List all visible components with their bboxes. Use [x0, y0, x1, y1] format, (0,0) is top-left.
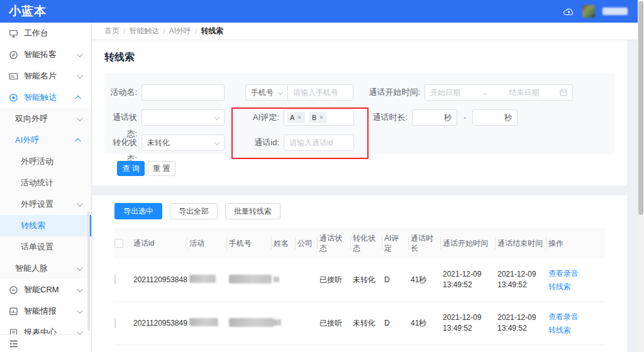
- phone-placeholder: 请输入手机号: [293, 87, 338, 98]
- col-ai-rating: AI评定: [384, 228, 411, 258]
- end-date-placeholder: 结束日期: [509, 87, 539, 98]
- sidebar-item-label: 工作台: [24, 28, 48, 39]
- crm-icon: [9, 285, 18, 295]
- redacted-activity: [189, 318, 218, 326]
- cell-ai-rating: D: [384, 275, 411, 284]
- sidebar-item-smart-crm[interactable]: 智能CRM: [0, 279, 91, 300]
- call-start-time-range-picker[interactable]: 开始日期 → 结束日期: [425, 84, 573, 101]
- call-id-input[interactable]: 请输入通话id: [284, 135, 354, 151]
- activity-name-label: 活动名:: [104, 84, 137, 101]
- phone-input[interactable]: 请输入手机号: [287, 84, 353, 101]
- sidebar-item-smart-intel[interactable]: 智能情报: [0, 300, 91, 322]
- cell-actions: 查看录音 转线索: [548, 270, 605, 290]
- username-redacted[interactable]: [602, 8, 628, 15]
- sidebar-item-label: 智能CRM: [24, 284, 59, 295]
- breadcrumb-ai-outbound[interactable]: AI外呼: [169, 26, 191, 36]
- filter-panel: 活动名: 手机号 请输入手机号 通话开始时间: 开始日期 → 结束日期 通话状态…: [104, 73, 614, 154]
- avatar[interactable]: [582, 5, 595, 18]
- compass-icon: [9, 50, 18, 60]
- chevron-down-icon: [77, 51, 83, 57]
- row-checkbox[interactable]: [114, 318, 116, 328]
- search-button[interactable]: 查 询: [117, 161, 145, 176]
- convert-lead-link[interactable]: 转线索: [548, 326, 605, 334]
- sidebar: 工作台 智能拓客 智能名片 智能触达 双向外呼 AI外呼 外呼活动 活动统计 外…: [0, 23, 92, 352]
- chart-box-icon: [9, 307, 18, 316]
- activity-name-input[interactable]: [142, 84, 225, 101]
- app-logo: 小蓝本: [9, 3, 47, 19]
- view-recording-link[interactable]: 查看录音: [548, 313, 605, 321]
- end-clock: 13:49:52: [497, 280, 548, 290]
- breadcrumb-smart-reach[interactable]: 智能触达: [129, 26, 159, 36]
- call-status-select[interactable]: [142, 109, 225, 126]
- target-icon: [9, 93, 18, 102]
- reset-button[interactable]: 重 置: [148, 161, 175, 176]
- start-clock: 13:49:52: [443, 280, 497, 290]
- convert-lead-link[interactable]: 转线索: [548, 283, 605, 290]
- cell-call-status: 已接听: [319, 318, 353, 329]
- cell-call-id: 2021120953848: [133, 275, 189, 284]
- table-card: 导出选中 导出全部 批量转线索 通话id 活动 手机号 姓名 公司 通话状态 转…: [92, 195, 627, 352]
- sidebar-item-ai-outbound[interactable]: AI外呼: [0, 129, 91, 151]
- tag-label: B: [312, 114, 316, 121]
- breadcrumb-separator: /: [195, 27, 197, 36]
- sidebar-item-outbound-activity[interactable]: 外呼活动: [0, 151, 91, 172]
- table-header-row: 通话id 活动 手机号 姓名 公司 通话状态 转化状态 AI评定 通话时长 通话…: [114, 228, 605, 258]
- sidebar-item-prospecting[interactable]: 智能拓客: [0, 44, 91, 65]
- phone-type-select[interactable]: 手机号: [245, 84, 288, 101]
- sidebar-item-namecard[interactable]: 智能名片: [0, 65, 91, 87]
- tag-remove-icon[interactable]: ✕: [297, 114, 302, 121]
- batch-convert-button[interactable]: 批量转线索: [225, 203, 280, 219]
- tag-remove-icon[interactable]: ✕: [319, 114, 324, 121]
- sidebar-item-two-way-call[interactable]: 双向外呼: [0, 108, 91, 129]
- duration-min-input[interactable]: 秒: [412, 109, 457, 126]
- results-table: 通话id 活动 手机号 姓名 公司 通话状态 转化状态 AI评定 通话时长 通话…: [114, 228, 605, 352]
- cloud-icon[interactable]: [563, 7, 575, 16]
- scrollbar-thumb[interactable]: [638, 1, 643, 215]
- cell-actions: 查看录音 转线索: [548, 313, 605, 334]
- select-all-checkbox[interactable]: [114, 239, 123, 248]
- sidebar-item-smart-reach[interactable]: 智能触达: [0, 87, 91, 108]
- end-date: 2021-12-09: [497, 312, 548, 323]
- breadcrumb-home[interactable]: 首页: [104, 26, 119, 36]
- sidebar-item-activity-stats[interactable]: 活动统计: [0, 172, 91, 194]
- duration-max-input[interactable]: 秒: [472, 109, 518, 126]
- sidebar-item-label: 外呼设置: [21, 199, 53, 210]
- col-company: 公司: [297, 228, 319, 258]
- redacted-name: [274, 277, 279, 282]
- export-all-button[interactable]: 导出全部: [170, 203, 218, 219]
- sidebar-item-smart-network[interactable]: 智能人脉: [0, 258, 91, 279]
- cell-end-time: 2021-12-09 13:49:52: [497, 312, 548, 334]
- sidebar-item-outbound-settings[interactable]: 外呼设置: [0, 194, 91, 215]
- sidebar-item-label: 双向外呼: [15, 113, 48, 124]
- workbench-icon: [9, 29, 18, 38]
- export-selected-button[interactable]: 导出选中: [114, 203, 162, 219]
- sidebar-item-convert-lead[interactable]: 转线索: [0, 215, 91, 236]
- sidebar-scrollbar[interactable]: [87, 211, 90, 331]
- cell-duration: 41秒: [411, 275, 443, 285]
- chevron-down-icon: [214, 140, 219, 145]
- ai-rating-multiselect[interactable]: A✕ B✕: [284, 109, 354, 126]
- conversion-status-select[interactable]: 未转化: [142, 135, 225, 151]
- col-call-status: 通话状态: [319, 228, 353, 258]
- start-date: 2021-12-09: [443, 269, 497, 280]
- cell-start-time: 2021-12-09 13:49:52: [443, 312, 497, 334]
- call-id-placeholder: 请输入通话id: [289, 138, 333, 148]
- menu-fold-icon[interactable]: [9, 339, 18, 348]
- view-recording-link[interactable]: 查看录音: [548, 270, 605, 277]
- redacted-activity: [189, 275, 216, 283]
- breadcrumb-separator: /: [163, 27, 165, 36]
- row-checkbox[interactable]: [114, 275, 116, 285]
- sidebar-item-label: 智能情报: [24, 305, 57, 317]
- id-card-icon: [9, 72, 18, 81]
- sidebar-item-workbench[interactable]: 工作台: [0, 23, 91, 44]
- chevron-down-icon: [77, 265, 83, 271]
- cell-ai-rating: D: [384, 319, 411, 327]
- sidebar-item-call-sheet-settings[interactable]: 话单设置: [0, 236, 91, 258]
- table-row: 2021120953849 已接听 未转化 D 41秒 2021-12-09 1…: [114, 302, 605, 345]
- calendar-icon: [560, 89, 567, 96]
- ai-rating-tag: A✕: [287, 112, 305, 123]
- call-id-label: 通话id:: [245, 135, 279, 151]
- page-scrollbar[interactable]: [638, 0, 644, 352]
- main-content: 首页 / 智能触达 / AI外呼 / 转线索 转线索 活动名: 手机号 请输入手…: [92, 23, 644, 352]
- call-duration-label: 通话时长:: [355, 109, 408, 126]
